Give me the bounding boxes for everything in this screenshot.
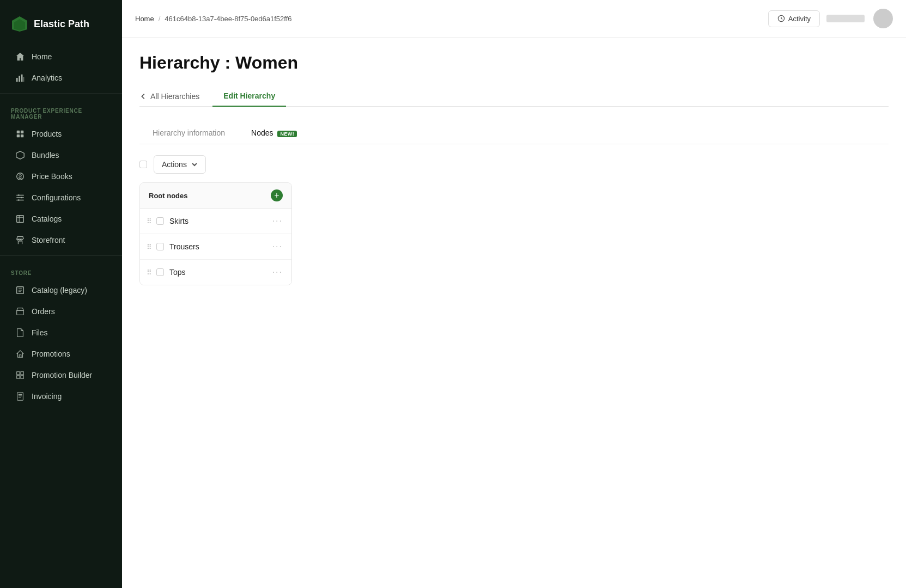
promotion-builder-icon (15, 370, 25, 380)
sidebar-item-label: Products (32, 130, 62, 138)
breadcrumb: Home / 461c64b8-13a7-4bee-8f75-0ed6a1f52… (135, 15, 292, 23)
tabs: All Hierarchies Edit Hierarchy (139, 86, 889, 107)
sidebar-item-price-books[interactable]: Price Books (4, 166, 118, 187)
activity-label: Activity (788, 15, 811, 23)
sidebar-item-orders[interactable]: Orders (4, 301, 118, 322)
sidebar-item-label: Bundles (32, 151, 59, 160)
store-nav: Catalog (legacy) Orders Files Promotions… (0, 279, 122, 407)
bundles-icon (15, 150, 25, 160)
store-section-label: STORE (0, 260, 122, 279)
tab-back-all-hierarchies[interactable]: All Hierarchies (139, 87, 208, 106)
panel-tab-hierarchy-info[interactable]: Hierarchy information (139, 122, 238, 144)
sidebar-item-promotion-builder[interactable]: Promotion Builder (4, 365, 118, 385)
node-more-tops[interactable]: ··· (270, 266, 285, 278)
sidebar-item-label: Catalogs (32, 215, 62, 223)
pem-section-label: PRODUCT EXPERIENCE MANAGER (0, 98, 122, 123)
drag-handle-icon: ⠿ (147, 218, 152, 225)
chevron-down-icon (191, 161, 198, 168)
sidebar-item-promotions[interactable]: Promotions (4, 344, 118, 364)
sidebar-item-home[interactable]: Home (4, 46, 118, 67)
root-nodes-header: Root nodes + (140, 183, 291, 209)
sidebar-item-catalogs[interactable]: Catalogs (4, 209, 118, 229)
drag-handle-icon: ⠿ (147, 243, 152, 250)
sidebar: Elastic Path Home Analytics PRODUCT EXPE… (0, 0, 122, 588)
svg-point-11 (18, 194, 20, 196)
table-row: ⠿ Skirts ··· (140, 209, 291, 234)
svg-rect-3 (19, 76, 20, 82)
page-title: Hierarchy : Women (139, 53, 889, 73)
sidebar-item-label: Orders (32, 307, 55, 316)
node-name-tops[interactable]: Tops (169, 268, 270, 277)
svg-point-13 (18, 199, 20, 201)
analytics-icon (15, 73, 25, 83)
topbar-actions: Activity (768, 9, 893, 28)
sidebar-divider-1 (0, 93, 122, 94)
sidebar-item-catalog-legacy[interactable]: Catalog (legacy) (4, 280, 118, 301)
app-logo: Elastic Path (0, 0, 122, 46)
sidebar-item-label: Configurations (32, 193, 81, 202)
price-books-icon (15, 171, 25, 181)
back-arrow-icon (139, 93, 147, 100)
sidebar-item-label: Invoicing (32, 392, 62, 401)
breadcrumb-home[interactable]: Home (135, 15, 154, 23)
svg-rect-6 (17, 131, 20, 133)
logo-icon (11, 15, 28, 33)
tab-active-label: Edit Hierarchy (223, 91, 275, 100)
svg-rect-9 (21, 134, 23, 137)
catalogs-icon (15, 214, 25, 224)
sidebar-item-analytics[interactable]: Analytics (4, 68, 118, 88)
table-row: ⠿ Tops ··· (140, 260, 291, 285)
actions-button[interactable]: Actions (154, 155, 206, 174)
sidebar-item-label: Catalog (legacy) (32, 286, 87, 295)
sidebar-item-configurations[interactable]: Configurations (4, 187, 118, 208)
master-checkbox[interactable] (139, 161, 147, 168)
sidebar-item-label: Promotion Builder (32, 371, 92, 379)
sidebar-item-label: Analytics (32, 74, 62, 82)
svg-rect-4 (21, 75, 23, 82)
invoicing-icon (15, 391, 25, 401)
top-nav: Home Analytics (0, 46, 122, 89)
configurations-icon (15, 193, 25, 203)
panel-tab-nodes[interactable]: Nodes NEW! (238, 122, 310, 144)
svg-rect-16 (17, 393, 23, 400)
sidebar-item-label: Price Books (32, 172, 72, 181)
orders-icon (15, 307, 25, 316)
tab-edit-hierarchy[interactable]: Edit Hierarchy (212, 86, 286, 107)
catalog-legacy-icon (15, 285, 25, 295)
breadcrumb-separator: / (159, 15, 161, 23)
table-row: ⠿ Trousers ··· (140, 234, 291, 260)
drag-handle-icon: ⠿ (147, 269, 152, 276)
node-checkbox-skirts[interactable] (156, 217, 164, 225)
node-more-trousers[interactable]: ··· (270, 241, 285, 253)
node-checkbox-tops[interactable] (156, 268, 164, 276)
sidebar-item-label: Storefront (32, 236, 65, 244)
sidebar-item-storefront[interactable]: Storefront (4, 230, 118, 250)
pem-nav: Products Bundles Price Books Configurati… (0, 123, 122, 251)
sidebar-item-products[interactable]: Products (4, 124, 118, 144)
sidebar-item-files[interactable]: Files (4, 322, 118, 343)
sidebar-item-label: Home (32, 52, 52, 61)
user-name (826, 15, 865, 22)
root-nodes-container: Root nodes + ⠿ Skirts ··· ⠿ Trousers ···… (139, 182, 292, 285)
sidebar-item-bundles[interactable]: Bundles (4, 145, 118, 166)
sidebar-item-label: Files (32, 328, 48, 337)
sidebar-item-label: Promotions (32, 350, 70, 358)
node-name-skirts[interactable]: Skirts (169, 217, 270, 225)
root-nodes-title: Root nodes (149, 192, 188, 200)
activity-button[interactable]: Activity (768, 10, 820, 27)
sidebar-item-invoicing[interactable]: Invoicing (4, 386, 118, 407)
breadcrumb-id: 461c64b8-13a7-4bee-8f75-0ed6a1f52ff6 (165, 15, 291, 23)
node-name-trousers[interactable]: Trousers (169, 242, 270, 251)
panel-tabs: Hierarchy information Nodes NEW! (139, 122, 889, 144)
add-root-node-button[interactable]: + (271, 189, 283, 201)
storefront-icon (15, 235, 25, 245)
page-content: Hierarchy : Women All Hierarchies Edit H… (122, 38, 906, 588)
nodes-new-badge: NEW! (277, 131, 297, 137)
avatar (873, 9, 893, 28)
node-checkbox-trousers[interactable] (156, 243, 164, 250)
topbar: Home / 461c64b8-13a7-4bee-8f75-0ed6a1f52… (122, 0, 906, 38)
svg-rect-5 (23, 77, 24, 82)
products-icon (15, 129, 25, 139)
node-more-skirts[interactable]: ··· (270, 215, 285, 227)
svg-rect-15 (17, 310, 24, 315)
